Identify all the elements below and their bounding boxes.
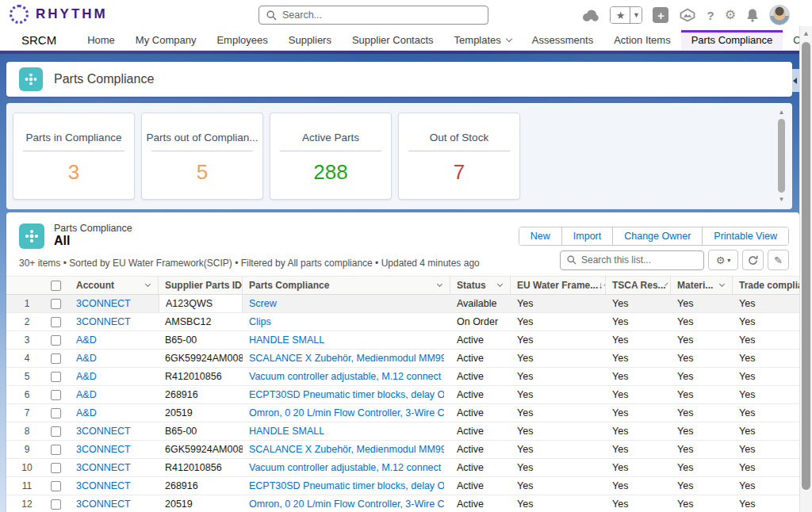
account-link[interactable]: 3CONNECT: [76, 480, 131, 491]
list-view-name[interactable]: All: [54, 234, 70, 248]
row-checkbox[interactable]: [51, 353, 61, 364]
table-row[interactable]: 113CONNECT268916ECPT30SD Pneumatic timer…: [6, 477, 799, 495]
kpi-card-out-of-stock[interactable]: Out of Stock7: [398, 113, 520, 200]
trailhead-icon[interactable]: [679, 8, 696, 22]
table-row[interactable]: 93CONNECT6GK59924AM008AA0SCALANCE X Zube…: [6, 441, 799, 459]
account-link[interactable]: 3CONNECT: [76, 316, 131, 327]
change-owner-button[interactable]: Change Owner: [612, 227, 702, 245]
parts-compliance-link[interactable]: Clips: [249, 316, 271, 327]
table-row[interactable]: 23CONNECTAMSBC12ClipsOn OrderYesYesYesYe…: [6, 313, 799, 331]
tab-action-items[interactable]: Action Items: [603, 30, 681, 50]
column-header-status[interactable]: Status: [450, 277, 511, 294]
tab-my-company[interactable]: My Company: [125, 30, 207, 50]
tab-label: Employees: [216, 34, 267, 46]
table-row[interactable]: 83CONNECTB65-00HANDLE SMALLActiveYesYesY…: [6, 422, 799, 441]
global-search[interactable]: [259, 6, 488, 25]
parts-compliance-link[interactable]: HANDLE SMALL: [249, 334, 324, 346]
list-settings-button[interactable]: ⚙▾: [708, 250, 738, 270]
refresh-button[interactable]: [742, 250, 764, 270]
account-link[interactable]: 3CONNECT: [76, 499, 131, 510]
column-header-materi[interactable]: Materi...: [671, 277, 733, 294]
row-checkbox[interactable]: [51, 463, 61, 473]
account-link[interactable]: A&D: [76, 389, 97, 400]
column-header-account[interactable]: Account: [70, 277, 159, 294]
account-link[interactable]: 3CONNECT: [76, 298, 131, 309]
list-search-input[interactable]: [581, 254, 697, 266]
import-button[interactable]: Import: [561, 227, 612, 245]
scroll-up-icon[interactable]: ▲: [776, 109, 787, 117]
account-link[interactable]: 3CONNECT: [76, 462, 131, 473]
kpi-card-active-parts[interactable]: Active Parts288: [270, 113, 392, 200]
scrollbar-thumb[interactable]: [778, 119, 785, 193]
row-checkbox[interactable]: [51, 499, 61, 510]
row-checkbox[interactable]: [51, 335, 61, 346]
tab-suppliers[interactable]: Suppliers: [278, 30, 342, 50]
table-row[interactable]: 123CONNECT20519Omron, 0 20 L/min Flow Co…: [6, 495, 799, 512]
parts-compliance-link[interactable]: ECPT30SD Pneumatic timer blocks, delay O…: [249, 389, 444, 400]
row-checkbox[interactable]: [51, 299, 61, 309]
column-header-tsca-res[interactable]: TSCA Res...: [606, 277, 671, 294]
table-row[interactable]: 103CONNECTR412010856Vacuum controller ad…: [6, 459, 799, 477]
parts-compliance-link[interactable]: SCALANCE X Zubehör, Medienmodul MM992-4L: [249, 444, 444, 455]
scrollbar-thumb[interactable]: [802, 42, 810, 490]
row-checkbox[interactable]: [51, 390, 61, 400]
page-scrollbar[interactable]: ▲: [799, 26, 812, 512]
scroll-up-icon[interactable]: ▲: [800, 29, 812, 37]
parts-compliance-link[interactable]: SCALANCE X Zubehör, Medienmodul MM992-4L: [249, 353, 444, 364]
global-add-icon[interactable]: +: [653, 7, 668, 23]
global-search-input[interactable]: [282, 10, 481, 21]
select-all-checkbox[interactable]: [51, 281, 61, 291]
tab-assessments[interactable]: Assessments: [522, 30, 603, 50]
table-row[interactable]: 6A&D268916ECPT30SD Pneumatic timer block…: [6, 386, 799, 404]
table-row[interactable]: 4A&D6GK59924AM008AA0SCALANCE X Zubehör, …: [6, 350, 799, 368]
tab-supplier-contacts[interactable]: Supplier Contacts: [342, 30, 444, 50]
parts-compliance-link[interactable]: Vacuum controller adjustable, M.12 conne…: [249, 371, 444, 382]
row-checkbox[interactable]: [51, 372, 61, 382]
app-name[interactable]: SRCM: [21, 33, 56, 47]
setup-gear-icon[interactable]: ⚙: [725, 9, 736, 21]
table-row[interactable]: 7A&D20519Omron, 0 20 L/min Flow Controll…: [6, 404, 799, 422]
row-checkbox[interactable]: [51, 426, 61, 437]
account-link[interactable]: A&D: [76, 334, 97, 346]
tab-templates[interactable]: Templates: [444, 30, 522, 50]
row-checkbox[interactable]: [51, 408, 61, 418]
account-link[interactable]: A&D: [76, 353, 97, 364]
einstein-icon[interactable]: [581, 9, 599, 22]
favorites-dropdown-icon[interactable]: ▼: [630, 7, 642, 23]
table-row[interactable]: 13CONNECTA123QWSScrewAvailableYesYesYesY…: [6, 295, 799, 313]
account-link[interactable]: 3CONNECT: [76, 426, 131, 437]
tab-employees[interactable]: Employees: [206, 30, 278, 50]
help-icon[interactable]: ?: [707, 9, 714, 22]
parts-compliance-link[interactable]: Vacuum controller adjustable, M.12 conne…: [249, 462, 444, 473]
parts-compliance-link[interactable]: Screw: [249, 298, 277, 309]
parts-compliance-link[interactable]: Omron, 0 20 L/min Flow Controller, 3-Wir…: [249, 407, 444, 418]
row-checkbox[interactable]: [51, 481, 61, 491]
printable-view-button[interactable]: Printable View: [702, 227, 788, 245]
parts-compliance-link[interactable]: HANDLE SMALL: [249, 426, 324, 437]
favorites-star-icon[interactable]: ★: [611, 7, 630, 23]
kpi-card-parts-out-of-complian[interactable]: Parts out of Complian...5: [141, 113, 263, 200]
list-search[interactable]: [560, 250, 704, 270]
user-avatar[interactable]: [769, 5, 790, 25]
column-header-parts-compliance[interactable]: Parts Compliance: [243, 277, 450, 294]
tab-home[interactable]: Home: [77, 30, 125, 50]
column-header-trade-compliance[interactable]: Trade compliance .: [733, 277, 799, 294]
column-header-supplier-parts-id[interactable]: Supplier Parts ID: [159, 277, 243, 294]
scroll-down-icon[interactable]: ▼: [776, 196, 787, 204]
account-link[interactable]: A&D: [76, 371, 97, 382]
notifications-bell-icon[interactable]: [746, 8, 759, 22]
parts-compliance-link[interactable]: Omron, 0 20 L/min Flow Controller, 3-Wir…: [249, 499, 444, 510]
parts-compliance-link[interactable]: ECPT30SD Pneumatic timer blocks, delay O…: [249, 480, 444, 491]
tab-parts-compliance[interactable]: Parts Compliance: [681, 30, 783, 50]
column-header-eu-water-frame[interactable]: EU Water Frame...↓: [511, 277, 606, 294]
new-button[interactable]: New: [519, 227, 561, 245]
row-checkbox[interactable]: [51, 445, 61, 455]
account-link[interactable]: A&D: [76, 407, 97, 418]
table-row[interactable]: 5A&DR412010856Vacuum controller adjustab…: [6, 368, 799, 386]
row-checkbox[interactable]: [51, 317, 61, 327]
kpi-card-parts-in-compliance[interactable]: Parts in Compliance3: [13, 113, 135, 200]
table-row[interactable]: 3A&DB65-00HANDLE SMALLActiveYesYesYesYes: [6, 331, 799, 350]
account-link[interactable]: 3CONNECT: [76, 444, 131, 455]
inline-edit-button[interactable]: ✎: [768, 250, 789, 270]
kpi-panel-scrollbar[interactable]: ▲ ▼: [776, 109, 787, 204]
